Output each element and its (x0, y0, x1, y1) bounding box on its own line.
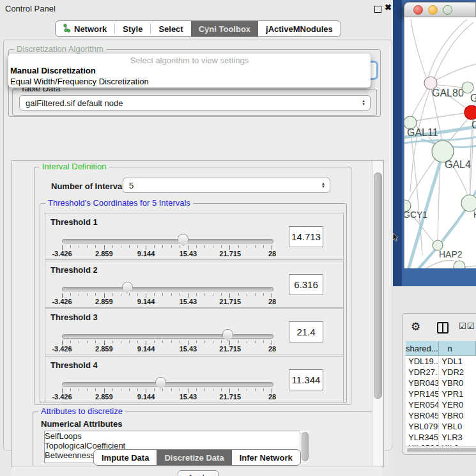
tab-jactivemnodules[interactable]: jActiveMNodules (258, 21, 341, 36)
network-node-label: GA (470, 93, 476, 104)
table-header-row: shared...n (406, 341, 476, 356)
combo-spinner-icon: ▲▼ (321, 182, 330, 188)
cyni-bottom-tabs: Impute DataDiscretize DataInfer Network (93, 449, 301, 466)
select-columns-icon[interactable]: ☑☑ (459, 321, 475, 331)
table-data-group: Table Data galFiltered.sif default node … (12, 89, 377, 116)
table-row[interactable]: YBR043CYBR0 (406, 378, 476, 388)
threshold-row: Threshold 3-3.4262.8599.14415.4321.71528… (45, 308, 344, 355)
attributes-scrollbar-thumb[interactable] (302, 432, 309, 461)
threshold-row: Threshold 4-3.4262.8599.14415.4321.71528… (45, 356, 344, 403)
network-edge[interactable] (410, 129, 422, 256)
algorithm-dropdown-popup: Select algorithm to view settings Manual… (8, 54, 371, 88)
table-cell: YLR3 (439, 432, 476, 443)
table-row[interactable]: YDL19...YDL1 (406, 356, 476, 367)
network-node-label: GCY1 (404, 210, 427, 220)
tab-label: jActiveMNodules (266, 24, 333, 34)
table-row[interactable]: YBL079WYBL0 (406, 421, 476, 432)
network-node[interactable] (454, 261, 465, 268)
tab-style[interactable]: Style (115, 21, 150, 36)
bottom-tab-impute-data[interactable]: Impute Data (94, 450, 157, 465)
table-cell: YBR043C (406, 378, 439, 388)
network-window-titlebar[interactable] (404, 2, 476, 17)
table-row[interactable]: YPR145WYPR1 (406, 388, 476, 399)
slider-thumb[interactable] (178, 234, 188, 246)
number-of-intervals-combo[interactable]: 5 ▲▼ (123, 178, 330, 193)
node-table: shared...n YDL19...YDL1YDR27...YDR2YBR04… (406, 341, 476, 446)
table-row[interactable]: YLR345WYLR3 (406, 432, 476, 443)
table-row[interactable]: YDR27...YDR2 (406, 367, 476, 378)
algorithm-group-title: Discretization Algorithm (14, 44, 106, 54)
apply-button[interactable]: Apply (178, 470, 219, 476)
table-cell: YPR1 (439, 388, 476, 399)
network-edge[interactable] (417, 113, 464, 121)
network-node-label: GAL4 (445, 159, 471, 170)
bottom-tab-label: Impute Data (102, 453, 149, 463)
network-node-label: GAL80 (432, 88, 464, 98)
network-node-label: C (472, 119, 476, 130)
tab-network[interactable]: Network (56, 21, 114, 36)
tick-label: 15.43 (180, 345, 197, 353)
threshold-value-field[interactable]: 11.344 (289, 369, 323, 390)
bottom-tab-label: Discretize Data (164, 453, 224, 463)
threshold-value-field[interactable]: 14.713 (289, 226, 323, 247)
minimize-traffic-light-icon[interactable] (428, 5, 438, 15)
table-data-combo[interactable]: galFiltered.sif default node ▲▼ (19, 95, 371, 111)
tick-label: -3.426 (52, 298, 72, 305)
slider-thumb[interactable] (155, 377, 166, 389)
screen: Control Panel ✖ NetworkStyleSelectCyni T… (0, 0, 476, 476)
table-column-header-1[interactable]: n (439, 341, 476, 355)
network-edge[interactable] (411, 19, 426, 77)
table-hscrollbar-thumb[interactable] (407, 448, 476, 452)
attributes-list-scrollbar[interactable] (300, 431, 309, 462)
settings-scrollbar[interactable] (372, 161, 383, 466)
network-edge[interactable] (431, 64, 476, 83)
threshold-row: Threshold 2-3.4262.8599.14415.4321.71528… (45, 261, 344, 308)
table-horizontal-scrollbar[interactable] (406, 446, 476, 454)
slider-track[interactable] (62, 382, 273, 387)
network-edge[interactable] (404, 261, 459, 269)
attribute-list-item[interactable]: SelfLoops (45, 431, 300, 441)
slider-thumb[interactable] (122, 282, 133, 294)
column-layout-icon[interactable] (437, 322, 449, 334)
slider-tick-labels: -3.4262.8599.14415.4321.71528 (62, 345, 272, 353)
network-node-c[interactable] (464, 105, 476, 119)
close-icon[interactable]: ✖ (385, 3, 392, 12)
thresholds-group: Threshold's Coordinates for 5 Intervals … (40, 203, 347, 403)
tick-label: 21.715 (219, 250, 241, 257)
desktop-shadow (393, 0, 402, 291)
threshold-value-field[interactable]: 6.316 (289, 274, 323, 295)
tick-label: 21.715 (219, 393, 241, 401)
tick-label: 28 (268, 250, 276, 257)
bottom-tab-discretize-data[interactable]: Discretize Data (157, 450, 231, 465)
gear-icon[interactable]: ⚙ (411, 320, 420, 334)
network-node-ga[interactable] (462, 82, 473, 93)
float-window-icon[interactable] (374, 6, 381, 13)
network-icon (63, 24, 71, 35)
slider-thumb[interactable] (222, 329, 233, 341)
network-view[interactable]: GAL80GACGAL11GAL4GCY1HHAP2 (404, 17, 476, 268)
slider-track[interactable] (62, 239, 273, 243)
slider-track[interactable] (62, 334, 273, 339)
tick-label: 9.144 (137, 250, 155, 257)
settings-scrollbar-thumb[interactable] (374, 173, 382, 399)
threshold-value-field[interactable]: 21.4 (289, 321, 323, 342)
slider-track[interactable] (62, 287, 273, 291)
dropdown-option[interactable]: Manual Discretization (8, 65, 371, 76)
table-data-combo-value: galFiltered.sif default node (20, 98, 362, 108)
bottom-tab-infer-network[interactable]: Infer Network (232, 450, 300, 465)
table-rows: YDL19...YDL1YDR27...YDR2YBR043CYBR0YPR14… (406, 356, 476, 446)
tab-select[interactable]: Select (151, 21, 190, 36)
attributes-group-title: Attributes to discretize (38, 406, 125, 416)
dropdown-options: Manual DiscretizationEqual Width/Frequen… (8, 65, 371, 87)
zoom-traffic-light-icon[interactable] (443, 5, 452, 15)
control-panel-title: Control Panel (5, 4, 56, 13)
table-row[interactable]: YER054CYER0 (406, 399, 476, 410)
close-traffic-light-icon[interactable] (413, 5, 423, 15)
table-column-header-0[interactable]: shared... (406, 341, 439, 355)
table-cell: YLR345W (406, 432, 439, 443)
network-node-label: H (473, 210, 476, 220)
table-row[interactable]: YBR045CYBR0 (406, 410, 476, 421)
tick-label: 15.43 (180, 298, 197, 305)
tab-cyni-toolbox[interactable]: Cyni Toolbox (191, 21, 258, 36)
dropdown-option[interactable]: Equal Width/Frequency Discretization (8, 76, 371, 87)
